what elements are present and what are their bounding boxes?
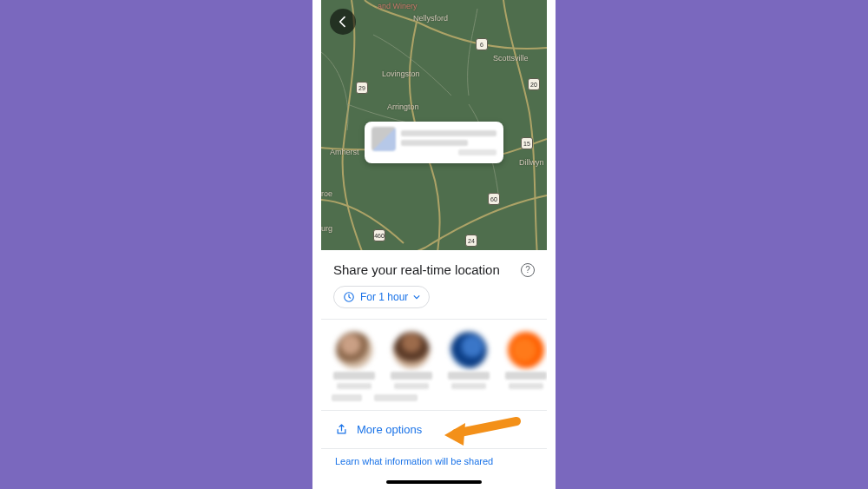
home-indicator[interactable]	[386, 480, 482, 484]
contact-item[interactable]	[446, 332, 491, 389]
route-shield: 24	[465, 235, 477, 247]
contact-avatar	[450, 332, 487, 368]
contacts-row	[321, 320, 547, 394]
map-place-label: Amherst	[330, 148, 359, 156]
contact-avatar	[508, 332, 544, 368]
more-options-button[interactable]: More options	[335, 423, 422, 436]
contact-avatar	[336, 332, 372, 368]
route-shield: 6	[476, 38, 488, 50]
contact-item[interactable]	[332, 332, 377, 389]
location-text-redacted	[401, 127, 496, 158]
contact-item[interactable]	[503, 332, 547, 389]
back-button[interactable]	[330, 9, 356, 35]
contact-avatar	[393, 332, 430, 368]
caret-down-icon	[413, 294, 420, 301]
map-place-label: Scottsville	[493, 54, 529, 63]
share-icon	[335, 423, 348, 436]
learn-more-link[interactable]: Learn what information will be shared	[335, 456, 493, 466]
phone-screen: and WineryNellysfordScottsvilleLovingsto…	[321, 0, 547, 489]
chevron-left-icon	[336, 15, 350, 29]
location-thumbnail	[372, 127, 396, 151]
map-place-label: roe	[321, 189, 332, 198]
duration-chip[interactable]: For 1 hour	[333, 286, 430, 308]
map-place-label: Lovingston	[382, 69, 420, 78]
annotation-arrow	[443, 414, 521, 449]
map-view[interactable]: and WineryNellysfordScottsvilleLovingsto…	[321, 0, 547, 250]
route-shield: 460	[373, 229, 385, 241]
map-place-label: Nellysford	[413, 14, 448, 23]
more-options-label: More options	[357, 423, 422, 436]
route-shield: 29	[356, 82, 368, 94]
clock-icon	[343, 291, 355, 303]
help-icon[interactable]: ?	[521, 263, 535, 277]
share-sheet: Share your real-time location ? For 1 ho…	[321, 250, 547, 489]
route-shield: 20	[528, 78, 540, 90]
map-place-label: Dillwyn	[519, 158, 544, 167]
map-place-label: and Winery	[378, 2, 418, 10]
map-place-label: Arrington	[387, 102, 419, 111]
route-shield: 60	[488, 193, 500, 205]
location-info-card[interactable]	[365, 122, 503, 163]
contacts-subtext	[321, 394, 547, 410]
contact-item[interactable]	[389, 332, 434, 389]
duration-label: For 1 hour	[360, 291, 408, 303]
route-shield: 15	[521, 137, 533, 149]
map-place-label: urg	[321, 224, 332, 233]
sheet-title: Share your real-time location	[333, 262, 500, 277]
